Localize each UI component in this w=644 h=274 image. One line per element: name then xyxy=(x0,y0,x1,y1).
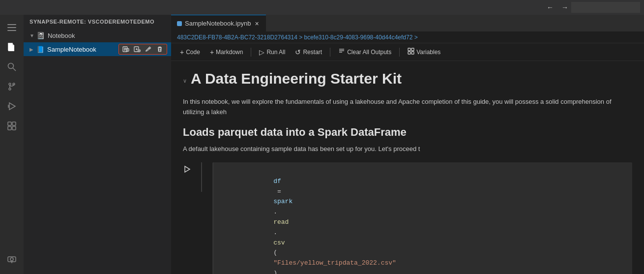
delete-button[interactable] xyxy=(154,45,165,54)
add-to-notebook-button[interactable] xyxy=(132,45,143,54)
tab-label: SampleNotebook.ipynb xyxy=(185,20,251,27)
svg-line-5 xyxy=(13,68,16,71)
svg-rect-12 xyxy=(12,122,16,125)
notebook-tab-icon xyxy=(177,21,182,26)
svg-rect-13 xyxy=(8,126,11,130)
notebook-content[interactable]: ∨ A Data Engineering Starter Kit In this… xyxy=(171,61,644,274)
clear-outputs-icon xyxy=(338,48,345,56)
main-layout: SYNAPSE-REMOTE: VSCODEREMOTEDEMO ▼ 📓 Not… xyxy=(0,15,644,274)
add-code-icon: + xyxy=(180,48,184,56)
svg-rect-35 xyxy=(408,52,410,54)
run-all-button[interactable]: ▷ Run All xyxy=(256,47,288,58)
svg-marker-37 xyxy=(185,166,190,172)
code-cell-content: df = spark . read . csv ( "Files/yellow_… xyxy=(212,162,632,274)
explorer-icon[interactable] xyxy=(3,38,21,56)
breadcrumb: 483C2DE8-FB78-4B2A-BC72-3218D2764314 > b… xyxy=(171,32,644,43)
svg-rect-34 xyxy=(411,48,414,51)
cell-gutter xyxy=(195,162,208,192)
title-search-input[interactable] xyxy=(571,2,640,13)
tab-bar: SampleNotebook.ipynb × xyxy=(171,15,644,32)
search-icon[interactable] xyxy=(3,58,21,76)
code-cell: df = spark . read . csv ( "Files/yellow_… xyxy=(183,162,632,274)
title-bar-nav: ← → xyxy=(544,2,571,12)
svg-point-4 xyxy=(8,63,14,69)
toolbar-separator-1 xyxy=(251,48,251,57)
svg-point-7 xyxy=(9,88,11,90)
add-markdown-button[interactable]: + Markdown xyxy=(207,47,246,58)
cell-gutter-line xyxy=(201,162,202,192)
sidebar-item-samplenotebook[interactable]: ▶ 📘 SampleNotebook xyxy=(24,42,171,56)
open-notebook-button[interactable] xyxy=(120,45,131,54)
svg-marker-9 xyxy=(9,103,15,110)
variables-label: Variables xyxy=(416,49,440,56)
toolbar-separator-3 xyxy=(399,48,400,57)
notebook-file-icon: 📘 xyxy=(36,46,44,53)
clear-all-outputs-button[interactable]: Clear All Outputs xyxy=(335,46,394,58)
svg-rect-2 xyxy=(7,30,16,31)
svg-rect-0 xyxy=(7,24,16,25)
svg-rect-33 xyxy=(408,48,410,51)
svg-rect-1 xyxy=(7,27,16,28)
restart-button[interactable]: ↺ Restart xyxy=(292,47,325,58)
toolbar-separator-2 xyxy=(330,48,330,57)
add-code-button[interactable]: + Code xyxy=(177,47,203,58)
cell-run-button[interactable] xyxy=(183,165,191,173)
sidebar-item-toolbar xyxy=(118,44,167,55)
activity-bar-bottom xyxy=(3,250,21,274)
restart-icon: ↺ xyxy=(295,48,301,56)
nav-forward-button[interactable]: → xyxy=(558,2,571,12)
restart-label: Restart xyxy=(303,49,322,56)
code-block[interactable]: df = spark . read . csv ( "Files/yellow_… xyxy=(212,162,632,274)
notebook-heading-1: A Data Engineering Starter Kit xyxy=(191,69,402,88)
rename-button[interactable] xyxy=(143,45,154,54)
sidebar: SYNAPSE-REMOTE: VSCODEREMOTEDEMO ▼ 📓 Not… xyxy=(24,15,171,274)
menu-icon[interactable] xyxy=(3,19,21,36)
notebook-toolbar: + Code + Markdown ▷ Run All ↺ Restart xyxy=(171,43,644,61)
notebook-heading-2: Loads parquet data into a Spark DataFram… xyxy=(183,125,632,140)
sidebar-notebook-label: Notebook xyxy=(48,32,75,39)
svg-point-16 xyxy=(10,258,13,261)
variables-button[interactable]: Variables xyxy=(405,46,443,58)
svg-point-6 xyxy=(9,83,11,85)
tab-close-button[interactable]: × xyxy=(254,20,260,28)
tab-sample-notebook[interactable]: SampleNotebook.ipynb × xyxy=(171,15,266,32)
add-markdown-label: Markdown xyxy=(216,49,243,56)
svg-rect-14 xyxy=(12,126,16,130)
clear-all-outputs-label: Clear All Outputs xyxy=(347,49,391,56)
collapse-icon[interactable]: ∨ xyxy=(183,78,187,84)
svg-rect-11 xyxy=(8,122,11,125)
sidebar-header: SYNAPSE-REMOTE: VSCODEREMOTEDEMO xyxy=(24,15,171,29)
code-line-1: df = spark . read . csv ( "Files/yellow_… xyxy=(220,166,626,274)
variables-icon xyxy=(408,48,414,56)
run-all-label: Run All xyxy=(266,49,285,56)
activity-bar xyxy=(0,15,24,274)
add-markdown-icon: + xyxy=(210,48,214,56)
notebook-paragraph-2: A default lakehouse containing sample da… xyxy=(183,144,632,154)
title-bar: ← → xyxy=(0,0,644,15)
editor-area: SampleNotebook.ipynb × 483C2DE8-FB78-4B2… xyxy=(171,15,644,274)
notebook-paragraph-1: In this notebook, we will explore the fu… xyxy=(183,97,632,118)
run-debug-icon[interactable] xyxy=(3,97,21,115)
breadcrumb-path: 483C2DE8-FB78-4B2A-BC72-3218D2764314 > b… xyxy=(177,34,418,41)
add-code-label: Code xyxy=(186,49,200,56)
remote-icon[interactable] xyxy=(3,250,21,268)
nav-back-button[interactable]: ← xyxy=(544,2,556,12)
heading1-row: ∨ A Data Engineering Starter Kit xyxy=(183,69,632,93)
source-control-icon[interactable] xyxy=(3,78,21,95)
sidebar-section-notebook[interactable]: ▼ 📓 Notebook xyxy=(24,29,171,42)
extensions-icon[interactable] xyxy=(3,117,21,135)
svg-rect-36 xyxy=(411,52,414,54)
run-all-icon: ▷ xyxy=(259,48,264,56)
